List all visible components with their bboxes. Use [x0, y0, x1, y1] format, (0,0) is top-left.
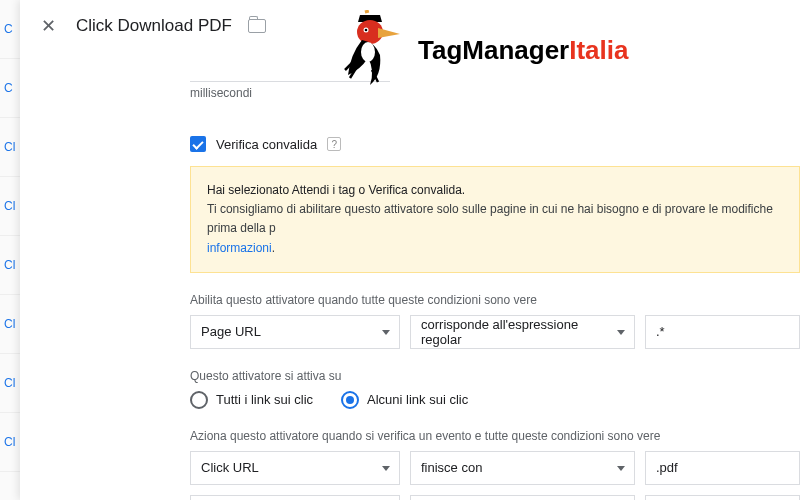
- brand-logo: TagManagerItalia: [340, 10, 628, 90]
- svg-marker-5: [378, 28, 400, 38]
- warning-text: Ti consigliamo di abilitare questo attiv…: [207, 202, 773, 235]
- radio-icon: [341, 391, 359, 409]
- woodpecker-icon: [340, 10, 410, 90]
- action-conditions-label: Aziona questo attivatore quando si verif…: [190, 429, 800, 443]
- cond1-var-select[interactable]: Click URL: [190, 451, 400, 485]
- radio-icon: [190, 391, 208, 409]
- cond2-op-select[interactable]: non è uguale a: [410, 495, 635, 500]
- enable-val-input[interactable]: [645, 315, 800, 349]
- fires-on-label: Questo attivatore si attiva su: [190, 369, 800, 383]
- brand-text: TagManagerItalia: [418, 35, 628, 66]
- folder-icon[interactable]: [248, 19, 266, 33]
- warning-box: Hai selezionato Attendi i tag o Verifica…: [190, 166, 800, 273]
- enable-conditions-label: Abilita questo attivatore quando tutte q…: [190, 293, 800, 307]
- svg-rect-1: [365, 10, 370, 13]
- help-icon[interactable]: ?: [327, 137, 341, 151]
- svg-point-6: [361, 42, 375, 62]
- cond1-val-input[interactable]: [645, 451, 800, 485]
- close-icon[interactable]: ✕: [36, 15, 60, 37]
- warning-bold: Hai selezionato Attendi i tag o Verifica…: [207, 183, 465, 197]
- svg-point-4: [365, 29, 368, 32]
- cond2-var-select[interactable]: navigator.doNotTrack: [190, 495, 400, 500]
- page-title: Click Download PDF: [76, 16, 232, 36]
- radio-some-links[interactable]: Alcuni link sui clic: [341, 391, 468, 409]
- cond2-val-input[interactable]: [645, 495, 800, 500]
- cond1-op-select[interactable]: finisce con: [410, 451, 635, 485]
- enable-var-select[interactable]: Page URL: [190, 315, 400, 349]
- verify-validation-label: Verifica convalida: [216, 137, 317, 152]
- verify-validation-checkbox[interactable]: [190, 136, 206, 152]
- radio-all-links[interactable]: Tutti i link sui clic: [190, 391, 313, 409]
- warning-link[interactable]: informazioni: [207, 241, 272, 255]
- enable-op-select[interactable]: corrisponde all'espressione regolar: [410, 315, 635, 349]
